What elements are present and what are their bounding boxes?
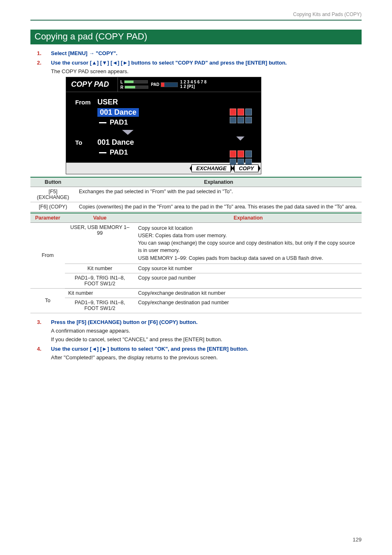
pad-numbers-bottom: 1 2 [P1]	[180, 85, 207, 89]
col-parameter: Parameter	[30, 213, 65, 223]
param-to: To	[30, 288, 65, 313]
step-instruction: Use the cursor [◄] [►] buttons to select…	[51, 346, 362, 352]
value-cell: USER, USB MEMORY 1–99	[65, 223, 135, 264]
step-number: 3.	[37, 319, 42, 325]
page-number: 129	[353, 536, 362, 543]
table-row: Kit number Copy source kit number	[30, 264, 362, 273]
step-number: 4.	[37, 346, 42, 352]
copy-button[interactable]: COPY	[234, 164, 258, 172]
step-subtext: If you decide to cancel, select "CANCEL"…	[51, 336, 362, 342]
step-2: 2. Use the cursor [▲] [▼] [◄] [►] button…	[30, 60, 362, 174]
pad-label: PAD	[151, 82, 159, 87]
table-row: To Kit number Copy/exchange destination …	[30, 288, 362, 298]
breadcrumb: Copying Kits and Pads (COPY)	[30, 12, 362, 20]
parameter-table: Parameter Value Explanation From USER, U…	[30, 213, 362, 313]
explanation-cell: Copy source pad number	[135, 273, 362, 288]
screen-title: COPY PAD	[66, 77, 118, 92]
step-4: 4. Use the cursor [◄] [►] buttons to sel…	[30, 346, 362, 361]
table-row: [F6] (COPY) Copies (overwrites) the pad …	[30, 202, 362, 212]
step-instruction: Use the cursor [▲] [▼] [◄] [►] buttons t…	[51, 60, 362, 66]
from-source: USER	[97, 98, 139, 106]
param-from: From	[30, 223, 65, 289]
to-pad: PAD1	[110, 148, 128, 157]
col-explanation: Explanation	[135, 213, 362, 223]
button-table: Button Explanation [F5] (EXCHANGE) Excha…	[30, 177, 362, 212]
dash-icon	[99, 152, 106, 153]
down-arrow-icon	[236, 136, 244, 141]
meter-l-label: L	[120, 80, 123, 84]
value-cell: Kit number	[65, 264, 135, 273]
meter-r-bar	[125, 86, 148, 89]
pad-numbers-top: 1 2 3 4 5 6 7 8	[180, 80, 207, 85]
step-subtext: A confirmation message appears.	[51, 328, 362, 334]
to-kit: 001 Dance	[97, 138, 134, 147]
header-rule	[30, 20, 362, 21]
table-row: PAD1–9, TRIG IN1–8, FOOT SW1/2 Copy sour…	[30, 273, 362, 288]
step-number: 1.	[37, 50, 42, 56]
button-cell: [F5] (EXCHANGE)	[30, 187, 76, 202]
from-label: From	[72, 98, 92, 106]
from-kit[interactable]: 001 Dance	[97, 108, 139, 117]
meter-l-bar	[124, 80, 148, 83]
value-cell: Kit number	[65, 288, 135, 298]
step-subtext: The COPY PAD screen appears.	[51, 68, 362, 74]
table-row: PAD1–9, TRIG IN1–8, FOOT SW1/2 Copy/exch…	[30, 298, 362, 313]
explanation-cell: Copy/exchange destination pad number	[135, 298, 362, 313]
table-row: From USER, USB MEMORY 1–99 Copy source k…	[30, 223, 362, 264]
explanation-cell: Exchanges the pad selected in "From" wit…	[76, 187, 362, 202]
step-1: 1. Select [MENU] → "COPY".	[30, 50, 362, 56]
from-pad-grid	[230, 109, 252, 123]
to-label: To	[72, 138, 92, 146]
value-cell: PAD1–9, TRIG IN1–8, FOOT SW1/2	[65, 298, 135, 313]
table-row: [F5] (EXCHANGE) Exchanges the pad select…	[30, 187, 362, 202]
meter-r-label: R	[120, 85, 123, 90]
pad-indicator	[161, 82, 178, 87]
step-3: 3. Press the [F5] (EXCHANGE) button or […	[30, 319, 362, 342]
to-pad-grid	[230, 150, 252, 165]
col-explanation: Explanation	[76, 177, 362, 187]
step-subtext: After "Completed!" appears, the display …	[51, 354, 362, 361]
from-pad: PAD1	[110, 118, 128, 127]
copy-pad-screenshot: COPY PAD L R PAD 1 2 3 4 5 6 7 8 1 2 [P1…	[66, 77, 261, 174]
explanation-cell: Copy/exchange destination kit number	[135, 288, 362, 298]
explanation-cell: Copies (overwrites) the pad in the "From…	[76, 202, 362, 212]
step-number: 2.	[37, 60, 42, 66]
dash-icon	[99, 122, 106, 123]
exchange-button[interactable]: EXCHANGE	[191, 164, 231, 172]
explanation-cell: Copy source kit number	[135, 264, 362, 273]
button-cell: [F6] (COPY)	[30, 202, 76, 212]
col-button: Button	[30, 177, 76, 187]
step-instruction: Press the [F5] (EXCHANGE) button or [F6]…	[51, 319, 362, 325]
down-arrow-icon	[122, 130, 134, 135]
col-value: Value	[65, 213, 135, 223]
value-cell: PAD1–9, TRIG IN1–8, FOOT SW1/2	[65, 273, 135, 288]
explanation-cell: Copy source kit location USER: Copies da…	[135, 223, 362, 264]
section-title: Copying a pad (COPY PAD)	[30, 30, 362, 44]
step-instruction: Select [MENU] → "COPY".	[51, 50, 118, 56]
